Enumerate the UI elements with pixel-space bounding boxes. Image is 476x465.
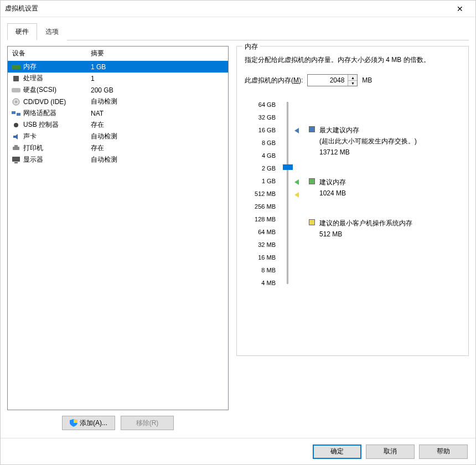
right-panel: 内存 指定分配给此虚拟机的内存量。内存大小必须为 4 MB 的倍数。 此虚拟机的…	[236, 46, 469, 438]
remove-button-label: 移除(R)	[136, 418, 159, 428]
device-name: 打印机	[23, 143, 91, 153]
legend-min-label: 建议的最小客户机操作系统内存	[319, 218, 412, 228]
device-row-display[interactable]: 显示器 自动检测	[8, 154, 228, 166]
device-row-hdd[interactable]: 硬盘(SCSI) 200 GB	[8, 84, 228, 96]
device-summary: 1	[91, 75, 228, 82]
device-name: CD/DVD (IDE)	[23, 98, 91, 106]
legend-rec-swatch-icon	[309, 178, 315, 184]
slider-thumb-icon[interactable]	[283, 164, 293, 170]
legend-max: 最大建议内存 (超出此大小可能发生内存交换。) 13712 MB	[309, 125, 461, 156]
groupbox-title: 内存	[242, 42, 260, 51]
legend-rec-value: 1024 MB	[319, 189, 461, 197]
col-device: 设备	[8, 49, 91, 58]
memory-slider[interactable]	[279, 99, 301, 290]
marker-rec-icon	[294, 179, 299, 185]
legend-max-value: 13712 MB	[319, 148, 461, 156]
marker-max-icon	[294, 128, 299, 133]
svg-rect-11	[14, 162, 18, 163]
dialog-footer: 确定 取消 帮助	[1, 438, 475, 464]
legend-min-swatch-icon	[309, 219, 315, 225]
device-row-usb[interactable]: USB 控制器 存在	[8, 119, 228, 131]
content-area: 硬件 选项 设备 摘要 内存 1 GB	[1, 17, 475, 438]
legend-rec-label: 建议内存	[319, 177, 346, 187]
device-row-sound[interactable]: 声卡 自动检测	[8, 131, 228, 142]
device-summary: 200 GB	[91, 86, 228, 94]
tab-hardware[interactable]: 硬件	[7, 23, 37, 40]
cancel-button[interactable]: 取消	[366, 445, 415, 459]
svg-rect-0	[12, 65, 20, 69]
svg-rect-5	[12, 111, 15, 114]
slider-track	[287, 102, 288, 284]
device-row-network[interactable]: 网络适配器 NAT	[8, 107, 228, 119]
left-buttons: 添加(A)... 移除(R)	[7, 410, 229, 438]
device-summary: 存在	[91, 143, 228, 153]
device-name: 内存	[23, 62, 91, 71]
device-row-printer[interactable]: 打印机 存在	[8, 142, 228, 154]
memory-input[interactable]	[308, 75, 348, 86]
svg-rect-8	[13, 147, 19, 150]
marker-min-icon	[294, 192, 299, 198]
ok-button[interactable]: 确定	[313, 445, 361, 459]
legend-max-label: 最大建议内存	[319, 125, 359, 135]
legend-max-swatch-icon	[309, 126, 315, 132]
usb-icon	[11, 121, 21, 130]
svg-rect-1	[13, 76, 19, 81]
legend-max-note: (超出此大小可能发生内存交换。)	[319, 136, 461, 146]
device-name: USB 控制器	[23, 120, 91, 130]
device-row-cd[interactable]: CD/DVD (IDE) 自动检测	[8, 96, 228, 107]
slider-tick-labels: 64 GB 32 GB 16 GB 8 GB 4 GB 2 GB 1 GB 51…	[245, 99, 279, 290]
memory-spinner[interactable]: ▲ ▼	[307, 74, 358, 86]
device-name: 声卡	[23, 132, 91, 141]
vm-settings-window: 虚拟机设置 ✕ 硬件 选项 设备 摘要 内存 1 GB	[0, 0, 476, 465]
device-name: 显示器	[23, 155, 91, 164]
svg-rect-6	[17, 113, 20, 116]
add-button-label: 添加(A)...	[80, 418, 107, 428]
spin-up-icon[interactable]: ▲	[348, 75, 357, 81]
device-row-memory[interactable]: 内存 1 GB	[8, 61, 228, 73]
tab-options[interactable]: 选项	[37, 23, 67, 40]
shield-icon	[70, 419, 77, 427]
svg-rect-9	[14, 145, 18, 147]
device-list: 设备 摘要 内存 1 GB 处理器 1 硬盘	[7, 46, 229, 410]
svg-point-7	[14, 123, 18, 127]
svg-rect-2	[12, 88, 20, 92]
device-summary: 自动检测	[91, 132, 228, 141]
close-icon[interactable]: ✕	[449, 4, 471, 13]
memory-groupbox: 内存 指定分配给此虚拟机的内存量。内存大小必须为 4 MB 的倍数。 此虚拟机的…	[236, 46, 469, 356]
legend-rec: 建议内存 1024 MB	[309, 177, 461, 197]
memory-icon	[11, 63, 21, 71]
device-name: 处理器	[23, 74, 91, 83]
hdd-icon	[11, 86, 21, 95]
cd-icon	[11, 97, 21, 106]
device-summary: NAT	[91, 110, 228, 117]
device-name: 硬盘(SCSI)	[23, 85, 91, 95]
display-icon	[11, 156, 21, 164]
memory-slider-area: 64 GB 32 GB 16 GB 8 GB 4 GB 2 GB 1 GB 51…	[245, 99, 461, 290]
window-title: 虚拟机设置	[5, 4, 449, 13]
help-button[interactable]: 帮助	[419, 445, 468, 459]
device-list-header: 设备 摘要	[8, 46, 228, 61]
network-icon	[11, 109, 21, 118]
svg-point-4	[15, 101, 17, 102]
device-row-cpu[interactable]: 处理器 1	[8, 73, 228, 84]
sound-icon	[11, 132, 21, 141]
printer-icon	[11, 144, 21, 153]
panels: 设备 摘要 内存 1 GB 处理器 1 硬盘	[7, 40, 469, 438]
remove-button[interactable]: 移除(R)	[121, 416, 174, 430]
add-button[interactable]: 添加(A)...	[62, 416, 115, 430]
titlebar: 虚拟机设置 ✕	[1, 1, 475, 17]
spinner-buttons: ▲ ▼	[348, 75, 357, 86]
memory-input-label: 此虚拟机的内存(M):	[245, 76, 303, 85]
spin-down-icon[interactable]: ▼	[348, 81, 357, 86]
legend-min-value: 512 MB	[319, 230, 461, 238]
device-summary: 自动检测	[91, 155, 228, 164]
device-summary: 自动检测	[91, 97, 228, 106]
legend-area: 最大建议内存 (超出此大小可能发生内存交换。) 13712 MB 建议内存	[301, 99, 461, 290]
device-name: 网络适配器	[23, 108, 91, 118]
device-summary: 存在	[91, 120, 228, 130]
legend-min: 建议的最小客户机操作系统内存 512 MB	[309, 218, 461, 238]
cpu-icon	[11, 74, 21, 83]
col-summary: 摘要	[91, 49, 228, 58]
memory-description: 指定分配给此虚拟机的内存量。内存大小必须为 4 MB 的倍数。	[245, 54, 461, 65]
left-panel: 设备 摘要 内存 1 GB 处理器 1 硬盘	[7, 46, 229, 438]
